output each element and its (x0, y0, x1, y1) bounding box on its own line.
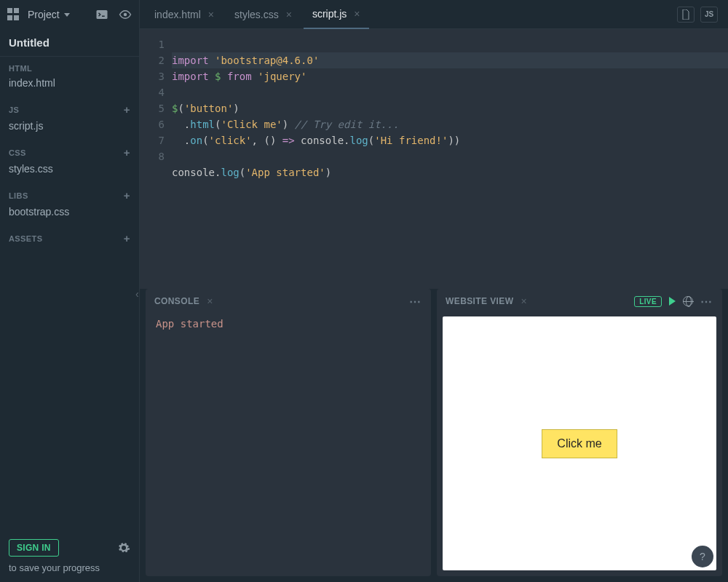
eye-icon[interactable] (119, 8, 132, 21)
close-console-icon[interactable]: × (207, 295, 213, 307)
tab-script-js[interactable]: script.js× (304, 0, 369, 29)
code-body[interactable]: import 'bootstrap@4.6.0' import $ from '… (172, 29, 728, 289)
console-output[interactable]: App started (146, 314, 431, 576)
svg-rect-0 (97, 10, 108, 19)
live-badge: LIVE (634, 296, 662, 307)
run-icon[interactable] (669, 297, 676, 306)
file-script-js[interactable]: script.js (0, 117, 139, 139)
bottom-panes: CONSOLE × ⋯ App started WEBSITE VIEW × L… (140, 289, 728, 582)
terminal-icon[interactable] (95, 8, 108, 21)
js-chip[interactable]: JS (700, 7, 718, 23)
file-type-chip[interactable] (677, 7, 695, 23)
preview-menu-icon[interactable]: ⋯ (700, 295, 713, 308)
file-index-html[interactable]: index.html (0, 74, 139, 96)
caret-down-icon (64, 13, 70, 17)
preview-body[interactable]: Click me (443, 316, 716, 570)
add-js-icon[interactable]: + (124, 103, 130, 116)
tab-index-html[interactable]: index.html× (146, 0, 223, 29)
save-progress-note: to save your progress (9, 562, 130, 573)
project-menu[interactable]: Project (28, 9, 70, 20)
globe-icon[interactable] (683, 296, 693, 306)
main-area: ‹ index.html× styles.css× script.js× JS … (140, 0, 728, 582)
add-css-icon[interactable]: + (124, 146, 130, 159)
collapse-sidebar-icon[interactable]: ‹ (135, 288, 139, 300)
tab-bar: index.html× styles.css× script.js× JS (140, 0, 728, 29)
close-preview-icon[interactable]: × (521, 295, 527, 307)
project-label: Project (28, 9, 60, 20)
gear-icon[interactable] (117, 541, 130, 554)
help-button[interactable]: ? (692, 546, 713, 567)
tab-styles-css[interactable]: styles.css× (226, 0, 301, 29)
code-editor[interactable]: 12345678 import 'bootstrap@4.6.0' import… (140, 29, 728, 289)
console-menu-icon[interactable]: ⋯ (409, 295, 422, 308)
sign-in-button[interactable]: SIGN IN (9, 539, 59, 557)
section-js: JS+ (0, 96, 139, 117)
section-libs: LIBS+ (0, 182, 139, 203)
preview-click-me-button[interactable]: Click me (542, 429, 617, 458)
sidebar-topstrip: Project (0, 0, 139, 29)
line-gutter: 12345678 (140, 29, 172, 289)
add-asset-icon[interactable]: + (124, 232, 130, 244)
section-assets: ASSETS+ (0, 225, 139, 246)
project-title[interactable]: Untitled (0, 29, 139, 57)
close-tab-icon[interactable]: × (286, 9, 292, 20)
close-tab-icon[interactable]: × (354, 8, 360, 20)
console-pane: CONSOLE × ⋯ App started (146, 289, 431, 576)
sidebar: Project Untitled HTML index.html JS+ scr… (0, 0, 140, 582)
file-styles-css[interactable]: styles.css (0, 160, 139, 182)
close-tab-icon[interactable]: × (208, 9, 214, 20)
add-lib-icon[interactable]: + (124, 189, 130, 202)
file-bootstrap-css[interactable]: bootstrap.css (0, 203, 139, 225)
preview-title: WEBSITE VIEW (446, 296, 513, 306)
menu-icon[interactable] (7, 8, 20, 21)
preview-pane: WEBSITE VIEW × LIVE ⋯ Click me (437, 289, 722, 576)
svg-point-2 (124, 13, 127, 17)
console-title: CONSOLE (154, 296, 199, 306)
section-html: HTML (0, 57, 139, 74)
section-css: CSS+ (0, 139, 139, 160)
